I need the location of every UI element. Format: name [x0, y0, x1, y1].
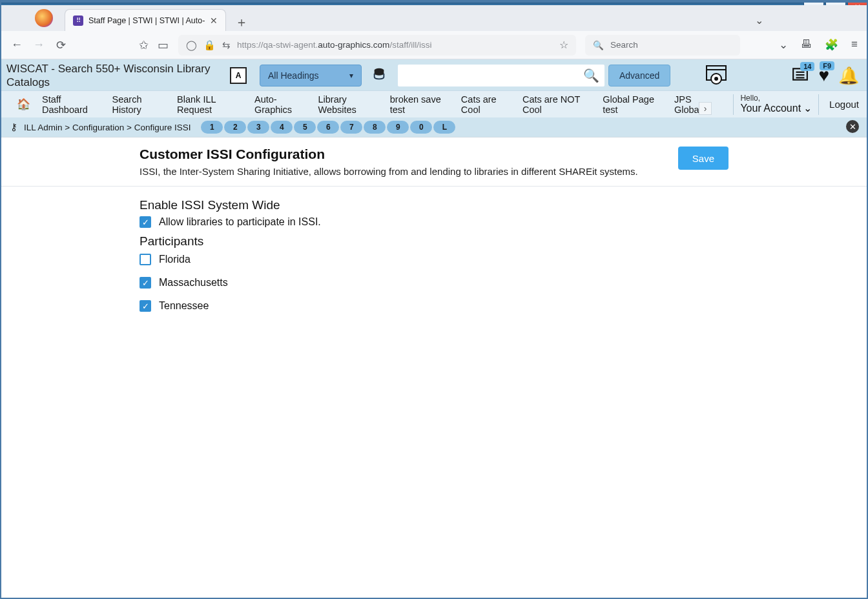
- page-pill[interactable]: 6: [317, 121, 339, 134]
- new-tab-button[interactable]: ＋: [232, 13, 251, 31]
- participants-heading: Participants: [140, 234, 867, 249]
- list-icon[interactable]: 14: [791, 66, 809, 85]
- account-menu[interactable]: Your Account⌄: [740, 103, 812, 114]
- url-text: https://qa-stwi-agent.auto-graphics.com/…: [237, 40, 431, 50]
- close-panel-icon[interactable]: ✕: [846, 120, 859, 133]
- svg-point-4: [714, 77, 718, 81]
- home-icon[interactable]: 🏠: [17, 97, 30, 111]
- pocket-icon[interactable]: ⌄: [779, 38, 788, 52]
- browser-tabstrip: ⠿ Staff Page | STWI | STWI | Auto- ✕ ＋ ⌄: [1, 5, 867, 31]
- catalog-search-input[interactable]: 🔍: [398, 65, 604, 86]
- search-icon: 🔍: [583, 68, 599, 83]
- nav-item[interactable]: Global Page test: [603, 94, 661, 115]
- forward-icon: →: [32, 38, 45, 52]
- reload-icon[interactable]: ⟳: [54, 38, 67, 52]
- tab-favicon-icon: ⠿: [73, 15, 83, 26]
- back-icon[interactable]: ←: [10, 38, 23, 52]
- main-nav: 🏠 Staff Dashboard Search History Blank I…: [1, 90, 867, 117]
- print-icon[interactable]: 🖶: [801, 38, 812, 52]
- page-pill[interactable]: 0: [410, 121, 432, 134]
- page-pill[interactable]: 4: [271, 121, 293, 134]
- browser-search-input[interactable]: 🔍 Search: [585, 35, 740, 56]
- nav-item[interactable]: Search History: [112, 94, 165, 115]
- chevron-down-icon: ⌄: [803, 103, 812, 114]
- menu-icon[interactable]: ≡: [851, 38, 858, 52]
- page-pill[interactable]: 2: [224, 121, 246, 134]
- nav-item[interactable]: Library Websites: [318, 94, 377, 115]
- language-icon[interactable]: A: [230, 67, 247, 84]
- shield-icon: ◯: [186, 39, 197, 51]
- page-pill[interactable]: 5: [294, 121, 316, 134]
- notifications-icon[interactable]: 🔔: [838, 66, 859, 86]
- extensions-icon[interactable]: 🧩: [825, 38, 838, 52]
- page-subtitle: ISSI, the Inter-System Sharing Initiativ…: [140, 166, 638, 177]
- favorites-count-badge: F9: [820, 61, 834, 70]
- enable-heading: Enable ISSI System Wide: [140, 198, 867, 212]
- nav-item[interactable]: Blank ILL Request: [177, 94, 242, 115]
- nav-item[interactable]: Auto-Graphics: [254, 94, 305, 115]
- database-icon[interactable]: [372, 67, 386, 85]
- brand-title: WISCAT - Search 550+ Wisconsin Library C…: [6, 62, 220, 90]
- page-pill[interactable]: 8: [364, 121, 386, 134]
- pager: 1 2 3 4 5 6 7 8 9 0 L: [201, 121, 455, 134]
- participant-label: Tennessee: [159, 300, 209, 312]
- container-icon[interactable]: ▭: [156, 38, 169, 52]
- permissions-icon: ⇆: [222, 39, 231, 51]
- nav-item[interactable]: Cats are NOT Cool: [522, 94, 590, 115]
- tracking-icon[interactable]: [705, 65, 727, 86]
- breadcrumb-item[interactable]: Configuration: [72, 123, 124, 132]
- headings-select[interactable]: All Headings ▾: [260, 65, 362, 86]
- participant-checkbox-tennessee[interactable]: ✓: [140, 300, 151, 312]
- search-placeholder: Search: [610, 40, 638, 50]
- page-pill[interactable]: 1: [201, 121, 223, 134]
- nav-overflow-icon[interactable]: ›: [699, 102, 712, 115]
- firefox-logo-icon: [35, 9, 53, 27]
- breadcrumb-bar: ⚷ ILL Admin > Configuration > Configure …: [1, 117, 867, 137]
- list-count-badge: 14: [800, 62, 814, 71]
- key-icon: ⚷: [10, 121, 17, 133]
- participant-label: Florida: [159, 254, 191, 265]
- participant-checkbox-massachusetts[interactable]: ✓: [140, 277, 151, 289]
- page-title: Customer ISSI Configuration: [140, 147, 638, 162]
- favorites-icon[interactable]: ♥ F9: [818, 65, 829, 86]
- headings-select-label: All Headings: [268, 70, 319, 81]
- browser-tab-active[interactable]: ⠿ Staff Page | STWI | STWI | Auto- ✕: [65, 9, 226, 31]
- chevron-down-icon: ▾: [349, 71, 353, 80]
- app-header: WISCAT - Search 550+ Wisconsin Library C…: [1, 59, 867, 90]
- bookmark-star-icon[interactable]: ✩: [137, 38, 150, 52]
- tabs-dropdown-icon[interactable]: ⌄: [755, 14, 763, 26]
- search-icon: 🔍: [593, 40, 604, 50]
- breadcrumb-item[interactable]: ILL Admin: [24, 123, 63, 132]
- nav-item[interactable]: broken save test: [390, 94, 448, 115]
- lock-icon: 🔒: [203, 39, 216, 51]
- breadcrumb-item: Configure ISSI: [134, 123, 191, 132]
- address-bar[interactable]: ◯ 🔒 ⇆ https://qa-stwi-agent.auto-graphic…: [178, 35, 576, 56]
- page-pill[interactable]: 3: [247, 121, 269, 134]
- tab-close-icon[interactable]: ✕: [210, 15, 218, 26]
- nav-item[interactable]: Staff Dashboard: [42, 94, 99, 115]
- page-pill[interactable]: 9: [387, 121, 409, 134]
- tab-title: Staff Page | STWI | STWI | Auto-: [88, 16, 205, 25]
- nav-item[interactable]: Cats are Cool: [461, 94, 510, 115]
- allow-issi-checkbox[interactable]: ✓: [140, 216, 151, 228]
- logout-link[interactable]: Logout: [829, 99, 859, 110]
- save-button[interactable]: Save: [678, 147, 728, 170]
- participant-label: Massachusetts: [159, 277, 228, 289]
- content-area: Customer ISSI Configuration ISSI, the In…: [1, 137, 867, 312]
- page-pill[interactable]: 7: [340, 121, 362, 134]
- bookmark-page-icon[interactable]: ☆: [559, 39, 568, 51]
- participant-checkbox-florida[interactable]: [140, 254, 151, 265]
- page-pill[interactable]: L: [433, 121, 455, 134]
- greeting-label: Hello,: [740, 94, 812, 103]
- browser-toolbar: ← → ⟳ ✩ ▭ ◯ 🔒 ⇆ https://qa-stwi-agent.au…: [1, 31, 867, 59]
- advanced-search-button[interactable]: Advanced: [608, 65, 670, 86]
- allow-issi-label: Allow libraries to participate in ISSI.: [159, 216, 321, 228]
